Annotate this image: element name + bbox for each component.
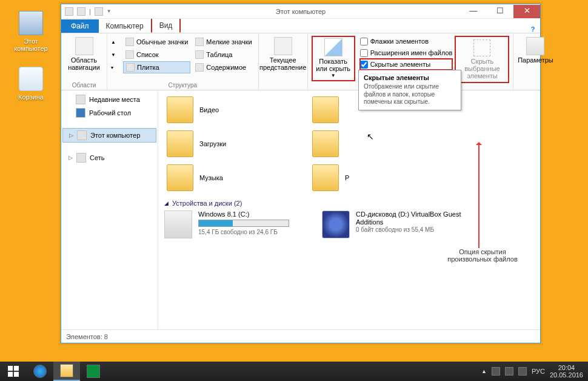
close-button[interactable]: ✕ [513, 5, 540, 18]
qat-separator: | [89, 8, 91, 15]
clock-date: 20.05.2016 [550, 371, 583, 379]
layout-tiles[interactable]: Плитка [123, 61, 190, 73]
maximize-button[interactable]: ☐ [487, 5, 513, 18]
checkbox-hidden[interactable] [360, 61, 368, 69]
tab-computer[interactable]: Компьютер [99, 19, 151, 33]
drive-usage-bar [198, 220, 289, 227]
folder-music[interactable]: Музыка [164, 161, 310, 195]
titlebar[interactable]: | ▼ Этот компьютер — ☐ ✕ [61, 4, 540, 19]
qat-icon[interactable] [65, 7, 73, 16]
minimize-button[interactable]: — [460, 5, 487, 18]
qat-icon[interactable] [77, 7, 85, 16]
ribbon-group-current-view: Текущее представление [259, 33, 308, 90]
nav-pane-button[interactable]: Область навигации [65, 36, 103, 72]
explorer-window: | ▼ Этот компьютер — ☐ ✕ Файл Компьютер … [61, 4, 541, 343]
expand-icon[interactable]: ▷ [69, 132, 73, 138]
start-button[interactable] [0, 362, 27, 381]
layout-small-icons[interactable]: Мелкие значки [193, 36, 254, 48]
ribbon: Область навигации Области ▲ ▼ ▾ Обычные … [61, 33, 540, 90]
desktop-icon-label: Корзина [10, 93, 52, 101]
drive-name: CD-дисковод (D:) VirtualBox Guest Additi… [356, 211, 467, 226]
hide-selected-label: Скрыть выбранные элементы [458, 58, 506, 79]
checkbox-flags[interactable] [360, 38, 368, 46]
computer-icon [19, 11, 43, 35]
layout-list[interactable]: Список [123, 49, 190, 61]
folder-item[interactable] [310, 127, 455, 161]
clock[interactable]: 20:04 20.05.2016 [550, 364, 583, 379]
hide-selected-button[interactable]: Скрыть выбранные элементы [455, 36, 509, 83]
nav-pane: Недавние места Рабочий стол ▷Этот компью… [61, 90, 158, 329]
icons-icon [125, 38, 134, 46]
volume-icon[interactable] [518, 367, 527, 376]
drive-icon [164, 211, 192, 238]
options-label: Параметры [518, 56, 553, 64]
hide-selected-icon [473, 39, 490, 56]
show-hide-icon [324, 38, 342, 56]
help-button[interactable]: ? [526, 25, 540, 33]
tray-expand-icon[interactable]: ▲ [481, 368, 487, 374]
cd-drive-icon [322, 211, 350, 238]
ribbon-tabs: Файл Компьютер Вид ? [61, 19, 540, 33]
desktop-icon-recycle[interactable]: Корзина [10, 67, 52, 101]
computer-icon [77, 130, 87, 140]
current-view-button[interactable]: Текущее представление [262, 36, 304, 72]
network-tray-icon[interactable] [505, 367, 513, 376]
nav-network[interactable]: ▷Сеть [62, 151, 156, 164]
ie-icon [33, 365, 47, 378]
ribbon-group-options: Параметры [513, 33, 556, 90]
taskbar-store[interactable] [80, 362, 107, 381]
folder-icon [312, 130, 339, 157]
annotation-arrow [478, 145, 479, 248]
folder-item[interactable]: Р [310, 161, 455, 195]
folder-video[interactable]: Видео [164, 93, 310, 127]
nav-this-pc[interactable]: ▷Этот компьютер [62, 128, 156, 143]
folder-icon [167, 96, 193, 123]
drive-subtext: 15,4 ГБ свободно из 24,6 ГБ [198, 229, 310, 235]
checkbox-item-flags[interactable]: Флажки элементов [360, 36, 453, 47]
flag-icon[interactable] [492, 367, 500, 376]
recycle-icon [19, 67, 43, 91]
group-caption: Области [65, 81, 103, 89]
taskbar-ie[interactable] [27, 362, 53, 381]
expand-icon[interactable]: ▷ [68, 155, 73, 161]
tab-file[interactable]: Файл [61, 19, 99, 33]
drive-d[interactable]: CD-дисковод (D:) VirtualBox Guest Additi… [322, 211, 467, 238]
network-icon [76, 153, 86, 163]
nav-recent[interactable]: Недавние места [62, 93, 156, 106]
content-pane[interactable]: Видео Загрузки Музыка Р ◢ Устройства и д… [158, 90, 540, 329]
drive-name: Windows 8.1 (C:) [198, 211, 310, 218]
show-hide-button[interactable]: Показать или скрыть ▼ [312, 36, 355, 81]
svg-rect-3 [14, 372, 19, 377]
layout-scroll-down[interactable]: ▼ [111, 49, 121, 61]
nav-desktop[interactable]: Рабочий стол [62, 106, 156, 120]
qat-icon[interactable] [95, 7, 103, 16]
desktop-icon-label: Этот компьютер [10, 38, 52, 52]
svg-rect-2 [8, 372, 13, 377]
layout-expand[interactable]: ▾ [111, 61, 121, 73]
folder-downloads[interactable]: Загрузки [164, 127, 310, 161]
cursor-icon: ↖ [367, 132, 374, 141]
desktop-icon-this-pc[interactable]: Этот компьютер [10, 11, 52, 52]
qat-dropdown-icon[interactable]: ▼ [107, 8, 112, 14]
tooltip: Скрытые элементы Отображение или скрытие… [358, 70, 461, 110]
options-button[interactable]: Параметры [517, 36, 553, 65]
layout-scroll-up[interactable]: ▲ [111, 36, 121, 48]
checkbox-file-ext[interactable]: Расширения имен файлов [360, 47, 453, 58]
taskbar: ▲ РУС 20:04 20.05.2016 [0, 362, 588, 381]
layout-normal-icons[interactable]: Обычные значки [123, 36, 190, 48]
layout-content[interactable]: Содержимое [193, 61, 254, 73]
table-icon [195, 50, 204, 59]
taskbar-explorer[interactable] [53, 362, 80, 381]
content-icon [195, 63, 204, 72]
language-indicator[interactable]: РУС [532, 368, 545, 375]
layout-table[interactable]: Таблица [193, 49, 254, 61]
drive-c[interactable]: Windows 8.1 (C:) 15,4 ГБ свободно из 24,… [164, 211, 310, 238]
collapse-icon[interactable]: ◢ [164, 200, 169, 206]
checkbox-ext[interactable] [360, 49, 368, 57]
system-tray: ▲ РУС 20:04 20.05.2016 [476, 364, 588, 379]
checkbox-hidden-items[interactable]: Скрытые элементы [360, 59, 453, 70]
annotation-note: Опция скрытия произвольных файлов [437, 248, 528, 263]
explorer-body: Недавние места Рабочий стол ▷Этот компью… [61, 90, 540, 329]
tab-view[interactable]: Вид [151, 18, 181, 33]
tiles-icon [126, 63, 135, 72]
